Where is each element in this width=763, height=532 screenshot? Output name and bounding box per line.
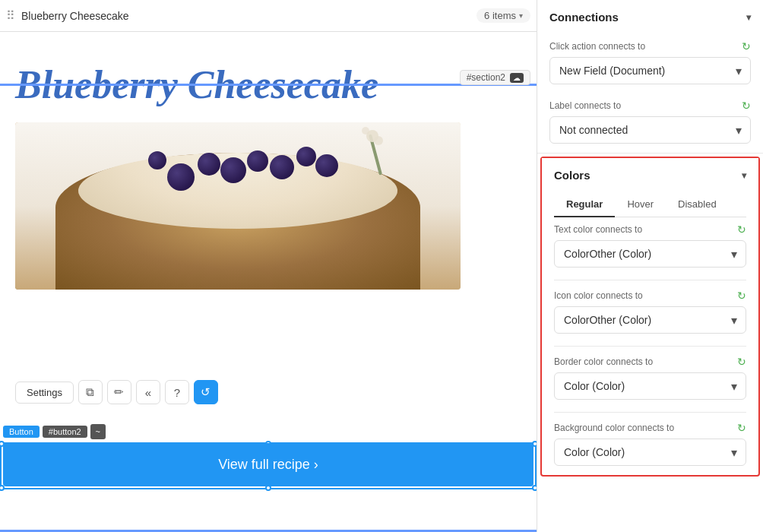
text-color-field: Text color connects to ↻ ColorOther (Col…	[542, 217, 758, 277]
connections-section: Connections ▾ Click action connects to ↻…	[537, 0, 763, 154]
colors-section: Colors ▾ Regular Hover Disabled Text col…	[540, 157, 760, 477]
help-icon: ?	[174, 386, 180, 399]
cta-button[interactable]: View full recipe ›	[3, 443, 533, 486]
text-color-select-wrapper[interactable]: ColorOther (Color)	[554, 240, 746, 268]
flower-2	[374, 136, 383, 145]
link-button[interactable]: ↺	[194, 380, 218, 404]
page-title: Blueberry Cheesecake	[0, 32, 537, 122]
icon-color-label: Icon color connects to ↻	[554, 290, 746, 302]
blueberry-5	[270, 155, 294, 179]
colors-header[interactable]: Colors ▾	[542, 158, 758, 192]
background-color-field: Background color connects to ↻ Color (Co…	[542, 416, 758, 475]
divider-2	[554, 346, 746, 347]
divider-3	[554, 412, 746, 413]
background-color-label: Background color connects to ↻	[554, 422, 746, 434]
pen-button[interactable]: ✏	[107, 380, 131, 404]
back-button[interactable]: «	[136, 380, 160, 404]
tab-hover[interactable]: Hover	[615, 192, 666, 217]
refresh-icon-6: ↻	[737, 422, 746, 434]
button-tag-row: Button #button2 ~	[3, 424, 106, 439]
blueberry-8	[148, 151, 166, 169]
icon-color-field: Icon color connects to ↻ ColorOther (Col…	[542, 283, 758, 343]
blueberry-3	[220, 157, 246, 183]
blueberry-2	[198, 153, 220, 176]
border-color-select-wrapper[interactable]: Color (Color)	[554, 372, 746, 400]
label-connects-label: Label connects to ↻	[549, 100, 751, 112]
icon-color-select-wrapper[interactable]: ColorOther (Color)	[554, 306, 746, 334]
colors-collapse-icon: ▾	[742, 170, 746, 181]
label-connects-field: Label connects to ↻ Not connected	[537, 93, 763, 153]
refresh-icon-1: ↻	[742, 40, 751, 52]
top-bar: ⠿ Blueberry Cheesecake 6 items ▾	[0, 0, 537, 32]
border-color-label: Border color connects to ↻	[554, 356, 746, 368]
click-action-field: Click action connects to ↻ New Field (Do…	[537, 34, 763, 93]
section-tag: #section2 ☁	[460, 70, 530, 85]
icon-color-select[interactable]: ColorOther (Color)	[554, 306, 746, 334]
cta-button-wrapper: View full recipe ›	[3, 443, 533, 486]
cake-image	[15, 122, 461, 290]
right-panel: Connections ▾ Click action connects to ↻…	[537, 0, 763, 532]
refresh-icon-4: ↻	[737, 290, 746, 302]
background-color-select-wrapper[interactable]: Color (Color)	[554, 439, 746, 466]
blueberry-1	[167, 163, 195, 191]
link-icon: ↺	[201, 385, 211, 399]
blueberry-4	[247, 150, 268, 172]
chevron-down-icon: ▾	[519, 11, 523, 20]
pen-icon: ✏	[114, 385, 124, 399]
left-panel: ⠿ Blueberry Cheesecake 6 items ▾ #sectio…	[0, 0, 537, 532]
copy-icon: ⧉	[86, 385, 94, 399]
tab-regular[interactable]: Regular	[554, 192, 615, 217]
text-color-label: Text color connects to ↻	[554, 223, 746, 236]
blueberry-6	[296, 147, 316, 166]
button-label-tag: Button	[3, 426, 40, 438]
label-connects-select[interactable]: Not connected	[549, 116, 751, 144]
refresh-icon-5: ↻	[737, 356, 746, 368]
toolbar: Settings ⧉ ✏ « ? ↺	[15, 380, 218, 404]
border-color-select[interactable]: Color (Color)	[554, 372, 746, 400]
divider-1	[554, 280, 746, 280]
help-button[interactable]: ?	[165, 380, 189, 404]
border-color-field: Border color connects to ↻ Color (Color)	[542, 350, 758, 409]
connections-collapse-icon: ▾	[746, 12, 751, 23]
click-action-select-wrapper[interactable]: New Field (Document)	[549, 57, 751, 84]
settings-button[interactable]: Settings	[15, 382, 74, 404]
back-icon: «	[145, 386, 151, 399]
copy-button[interactable]: ⧉	[78, 380, 103, 404]
content-area: #section2 ☁ Blueberry Cheesecake	[0, 32, 537, 532]
color-tabs-row: Regular Hover Disabled	[554, 192, 746, 217]
click-action-label: Click action connects to ↻	[549, 40, 751, 52]
flower-3	[362, 127, 369, 135]
button-link-icon: ~	[90, 424, 106, 439]
top-bar-title: Blueberry Cheesecake	[21, 10, 129, 22]
refresh-icon-3: ↻	[737, 223, 746, 236]
text-color-select[interactable]: ColorOther (Color)	[554, 240, 746, 268]
blueberry-7	[315, 154, 338, 177]
connections-header[interactable]: Connections ▾	[537, 0, 763, 34]
label-connects-select-wrapper[interactable]: Not connected	[549, 116, 751, 144]
click-action-select[interactable]: New Field (Document)	[549, 57, 751, 84]
drag-icon: ⠿	[6, 8, 15, 23]
colors-title: Colors	[554, 169, 590, 182]
background-color-select[interactable]: Color (Color)	[554, 439, 746, 466]
button-id-tag: #button2	[43, 426, 87, 438]
items-badge[interactable]: 6 items ▾	[476, 8, 530, 23]
connections-title: Connections	[549, 11, 619, 24]
blue-accent-line	[0, 84, 537, 86]
tab-disabled[interactable]: Disabled	[666, 192, 729, 217]
cloud-icon: ☁	[510, 73, 524, 83]
refresh-icon-2: ↻	[742, 100, 751, 112]
